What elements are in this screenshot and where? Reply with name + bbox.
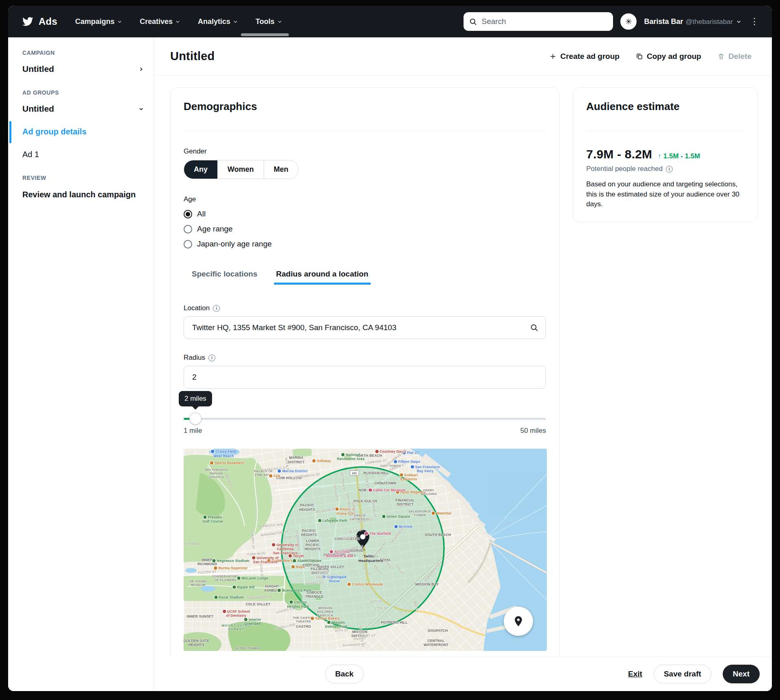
map-label: Corona Heights Park — [287, 600, 309, 608]
sidebar-item-ad-1[interactable]: Ad 1 — [22, 150, 143, 159]
radius-map[interactable]: MARINA DISTRICTNORTH BEACHCOW HOLLOWRUSS… — [184, 449, 547, 651]
map-label: Nightingale House — [322, 575, 346, 583]
trash-icon — [717, 53, 725, 60]
map-label: Burma Superstar — [214, 566, 248, 570]
map-label: CASTRO — [296, 624, 311, 629]
page-title: Untitled — [170, 50, 215, 63]
demographics-card: Demographics Gender Any Women Men Age Al… — [170, 87, 559, 657]
map-label: Lafayette Park — [318, 519, 347, 523]
wizard-footer: Back Exit Save draft Next — [299, 657, 772, 691]
age-option-all[interactable]: All — [184, 210, 206, 218]
create-ad-group-button[interactable]: Create ad group — [549, 52, 620, 61]
next-button[interactable]: Next — [723, 665, 760, 683]
search-input[interactable] — [481, 17, 607, 26]
map-label: HILL ST — [353, 637, 366, 641]
copy-ad-group-button[interactable]: Copy ad group — [636, 52, 701, 61]
nav-item-creatives[interactable]: Creatives — [140, 17, 180, 26]
nav-item-label: Campaigns — [75, 17, 115, 26]
delete-button[interactable]: Delete — [717, 52, 752, 61]
map-label: GREENWICH ST — [294, 473, 320, 480]
map-label: HAIGHT- ASHBURY — [264, 584, 281, 592]
map-label: 10TH ST — [361, 564, 373, 577]
slider-thumb[interactable] — [189, 413, 202, 425]
sidebar-item-campaign-untitled[interactable]: Untitled — [22, 64, 143, 74]
gender-option-any[interactable]: Any — [184, 160, 217, 179]
age-option-japan-only[interactable]: Japan-only age range — [184, 240, 272, 248]
info-icon[interactable] — [208, 354, 215, 361]
nav-item-label: Tools — [256, 17, 275, 26]
map-label: CIVIC CENTER — [334, 537, 360, 541]
map-label: COW HOLLOW — [276, 476, 302, 480]
audience-estimate-title: Audience estimate — [586, 100, 744, 113]
map-label: Union Square — [382, 514, 410, 519]
nav-item-analytics[interactable]: Analytics — [198, 17, 238, 26]
map-label: SOMA — [380, 558, 390, 562]
nav-item-campaigns[interactable]: Campaigns — [75, 17, 122, 26]
gender-option-men[interactable]: Men — [264, 160, 298, 179]
sidebar-item-review-launch[interactable]: Review and launch campaign — [22, 190, 143, 199]
header-actions: Create ad group Copy ad group Delete — [549, 52, 752, 61]
brand-name: Ads — [39, 16, 57, 27]
gender-label: Gender — [184, 147, 546, 156]
map-label: MISSION BAY — [415, 582, 439, 586]
map-label: THE CASTRO THEATRE — [293, 616, 314, 623]
ad-group-name: Untitled — [22, 104, 54, 114]
tab-specific-locations[interactable]: Specific locations — [192, 270, 258, 285]
locate-button[interactable] — [504, 607, 533, 636]
save-draft-button[interactable]: Save draft — [654, 665, 711, 683]
gender-option-women[interactable]: Women — [217, 160, 264, 179]
map-label: JAPANTOWN — [323, 553, 346, 557]
map-label: University of California San Francisco — [272, 542, 299, 555]
info-icon[interactable] — [666, 166, 673, 173]
account-switcher[interactable]: Barista Bar @thebaristabar — [644, 17, 741, 26]
map-label: SOUTH BEACH — [425, 533, 451, 537]
map-label: Filbert Steps — [394, 460, 420, 464]
location-label: Location — [184, 304, 210, 312]
horizontal-scrollbar-thumb[interactable] — [241, 33, 289, 36]
map-label: LOWER PACIFIC HEIGHTS — [305, 538, 321, 551]
search-icon[interactable] — [530, 324, 538, 332]
sidebar-item-adgroup-untitled[interactable]: Untitled — [22, 104, 143, 114]
age-option-age-range[interactable]: Age range — [184, 225, 233, 233]
map-label: University of San Francisco — [252, 556, 279, 564]
map-label: Kezar Stadium — [214, 595, 244, 599]
map-label: Buena Vista Park — [277, 588, 312, 592]
map-label: Waterbar — [431, 511, 451, 515]
map-label: GOLDEN GATE HEIGHTS — [184, 639, 209, 647]
campaign-name: Untitled — [22, 64, 54, 74]
avatar[interactable]: ✳ — [620, 13, 637, 30]
map-label: NORTH BEACH — [355, 454, 382, 458]
map-label: HAIGHT ST — [305, 581, 323, 585]
search-box[interactable] — [464, 12, 613, 31]
chevron-down-icon — [117, 19, 122, 24]
back-button[interactable]: Back — [325, 665, 364, 683]
tab-radius-around-location[interactable]: Radius around a location — [276, 270, 368, 285]
map-label: FERRY BUILDING — [421, 488, 437, 496]
overflow-menu-icon[interactable]: ⋮ — [748, 15, 760, 28]
map-label: 20TH ST — [335, 629, 349, 633]
radio-label: All — [197, 210, 206, 218]
map-label: Target — [288, 554, 304, 558]
audience-caption: Potential people reached — [586, 165, 663, 173]
brand[interactable]: Ads — [22, 16, 57, 27]
map-label: POTRERO HILL — [381, 620, 408, 624]
map-label: Twitter - Headquarters — [358, 555, 383, 564]
sidebar-item-ad-group-details[interactable]: Ad group details — [22, 127, 143, 136]
gender-segmented-control: Any Women Men — [184, 160, 299, 179]
demographics-title: Demographics — [184, 100, 546, 113]
location-input[interactable] — [191, 323, 526, 333]
exit-link[interactable]: Exit — [628, 670, 642, 678]
nav-item-tools[interactable]: Tools — [256, 17, 282, 26]
slider-track[interactable] — [184, 418, 546, 420]
map-label: POLK GULCH — [353, 499, 377, 503]
map-label: Trader Joe's — [267, 559, 292, 563]
info-icon[interactable] — [213, 305, 220, 312]
map-label: HARRISON ST — [424, 562, 441, 582]
radius-input[interactable] — [191, 372, 538, 382]
chevron-down-icon — [139, 107, 143, 111]
map-label: VAN NESS AVE — [346, 493, 352, 517]
map-label: MISSION DISTRICT — [351, 629, 368, 637]
map-label: RUSSIAN HILL — [364, 471, 389, 475]
radius-input-wrap — [184, 366, 546, 389]
map-label: Interior Greenbelt — [244, 618, 261, 626]
